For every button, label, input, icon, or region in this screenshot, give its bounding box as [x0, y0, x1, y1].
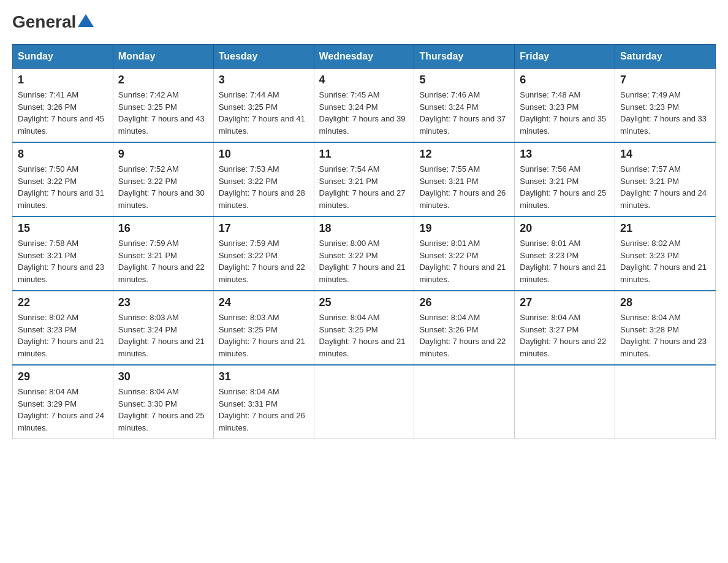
table-row: 27 Sunrise: 8:04 AMSunset: 3:27 PMDaylig… [515, 291, 615, 365]
day-number: 10 [219, 148, 309, 161]
day-info: Sunrise: 7:59 AMSunset: 3:22 PMDaylight:… [219, 237, 309, 285]
day-info: Sunrise: 8:04 AMSunset: 3:25 PMDaylight:… [319, 312, 409, 359]
day-info: Sunrise: 7:55 AMSunset: 3:21 PMDaylight:… [419, 163, 509, 211]
day-info: Sunrise: 7:45 AMSunset: 3:24 PMDaylight:… [319, 89, 409, 137]
day-info: Sunrise: 8:02 AMSunset: 3:23 PMDaylight:… [620, 237, 710, 285]
day-info: Sunrise: 8:03 AMSunset: 3:24 PMDaylight:… [118, 312, 208, 359]
day-info: Sunrise: 7:49 AMSunset: 3:23 PMDaylight:… [620, 89, 710, 137]
day-info: Sunrise: 7:56 AMSunset: 3:21 PMDaylight:… [520, 163, 610, 211]
day-number: 15 [18, 222, 108, 235]
day-number: 28 [620, 296, 710, 309]
table-row: 3 Sunrise: 7:44 AMSunset: 3:25 PMDayligh… [213, 69, 314, 143]
day-number: 8 [18, 148, 108, 161]
day-info: Sunrise: 7:57 AMSunset: 3:21 PMDaylight:… [620, 163, 710, 211]
table-row: 16 Sunrise: 7:59 AMSunset: 3:21 PMDaylig… [113, 216, 213, 291]
day-number: 6 [520, 74, 610, 86]
day-info: Sunrise: 7:53 AMSunset: 3:22 PMDaylight:… [219, 163, 309, 211]
day-info: Sunrise: 8:04 AMSunset: 3:30 PMDaylight:… [118, 386, 208, 434]
day-number: 27 [520, 296, 610, 309]
table-row: 8 Sunrise: 7:50 AMSunset: 3:22 PMDayligh… [13, 142, 113, 216]
day-info: Sunrise: 8:01 AMSunset: 3:23 PMDaylight:… [520, 237, 610, 285]
day-info: Sunrise: 8:04 AMSunset: 3:27 PMDaylight:… [520, 312, 610, 359]
day-number: 5 [419, 74, 509, 86]
day-number: 22 [18, 296, 108, 309]
day-info: Sunrise: 7:46 AMSunset: 3:24 PMDaylight:… [419, 89, 509, 137]
table-row: 5 Sunrise: 7:46 AMSunset: 3:24 PMDayligh… [414, 69, 515, 143]
day-number: 13 [520, 148, 610, 161]
day-number: 3 [219, 74, 309, 86]
table-row: 17 Sunrise: 7:59 AMSunset: 3:22 PMDaylig… [213, 216, 314, 291]
table-row: 21 Sunrise: 8:02 AMSunset: 3:23 PMDaylig… [615, 216, 716, 291]
table-row: 11 Sunrise: 7:54 AMSunset: 3:21 PMDaylig… [314, 142, 414, 216]
table-row [515, 365, 615, 439]
day-info: Sunrise: 7:42 AMSunset: 3:25 PMDaylight:… [118, 89, 208, 137]
day-info: Sunrise: 8:03 AMSunset: 3:25 PMDaylight:… [219, 312, 309, 359]
calendar-week-row: 1 Sunrise: 7:41 AMSunset: 3:26 PMDayligh… [13, 69, 716, 143]
table-row: 22 Sunrise: 8:02 AMSunset: 3:23 PMDaylig… [13, 291, 113, 365]
day-info: Sunrise: 8:04 AMSunset: 3:31 PMDaylight:… [219, 386, 309, 434]
day-info: Sunrise: 8:04 AMSunset: 3:28 PMDaylight:… [620, 312, 710, 359]
day-info: Sunrise: 7:48 AMSunset: 3:23 PMDaylight:… [520, 89, 610, 137]
table-row: 23 Sunrise: 8:03 AMSunset: 3:24 PMDaylig… [113, 291, 213, 365]
day-number: 20 [520, 222, 610, 235]
header-sunday: Sunday [13, 45, 113, 69]
logo: General [12, 12, 94, 32]
day-number: 16 [118, 222, 208, 235]
header-tuesday: Tuesday [213, 45, 314, 69]
day-number: 21 [620, 222, 710, 235]
day-number: 24 [219, 296, 309, 309]
day-number: 18 [319, 222, 409, 235]
table-row: 19 Sunrise: 8:01 AMSunset: 3:22 PMDaylig… [414, 216, 515, 291]
day-number: 17 [219, 222, 309, 235]
table-row: 2 Sunrise: 7:42 AMSunset: 3:25 PMDayligh… [113, 69, 213, 143]
table-row [615, 365, 716, 439]
table-row: 29 Sunrise: 8:04 AMSunset: 3:29 PMDaylig… [13, 365, 113, 439]
day-number: 1 [18, 74, 108, 86]
day-info: Sunrise: 7:44 AMSunset: 3:25 PMDaylight:… [219, 89, 309, 137]
calendar-week-row: 8 Sunrise: 7:50 AMSunset: 3:22 PMDayligh… [13, 142, 716, 216]
day-info: Sunrise: 8:04 AMSunset: 3:29 PMDaylight:… [18, 386, 108, 434]
logo-general-text: General [12, 12, 76, 32]
table-row: 15 Sunrise: 7:58 AMSunset: 3:21 PMDaylig… [13, 216, 113, 291]
day-number: 23 [118, 296, 208, 309]
day-info: Sunrise: 8:01 AMSunset: 3:22 PMDaylight:… [419, 237, 509, 285]
table-row: 14 Sunrise: 7:57 AMSunset: 3:21 PMDaylig… [615, 142, 716, 216]
day-info: Sunrise: 7:54 AMSunset: 3:21 PMDaylight:… [319, 163, 409, 211]
header-friday: Friday [515, 45, 615, 69]
weekday-header-row: Sunday Monday Tuesday Wednesday Thursday… [13, 45, 716, 69]
table-row: 28 Sunrise: 8:04 AMSunset: 3:28 PMDaylig… [615, 291, 716, 365]
day-number: 9 [118, 148, 208, 161]
table-row: 7 Sunrise: 7:49 AMSunset: 3:23 PMDayligh… [615, 69, 716, 143]
table-row: 26 Sunrise: 8:04 AMSunset: 3:26 PMDaylig… [414, 291, 515, 365]
table-row [414, 365, 515, 439]
day-info: Sunrise: 7:59 AMSunset: 3:21 PMDaylight:… [118, 237, 208, 285]
table-row: 18 Sunrise: 8:00 AMSunset: 3:22 PMDaylig… [314, 216, 414, 291]
header-monday: Monday [113, 45, 213, 69]
calendar-table: Sunday Monday Tuesday Wednesday Thursday… [12, 44, 716, 439]
header-wednesday: Wednesday [314, 45, 414, 69]
table-row: 24 Sunrise: 8:03 AMSunset: 3:25 PMDaylig… [213, 291, 314, 365]
table-row: 31 Sunrise: 8:04 AMSunset: 3:31 PMDaylig… [213, 365, 314, 439]
day-number: 26 [419, 296, 509, 309]
header-saturday: Saturday [615, 45, 716, 69]
day-number: 14 [620, 148, 710, 161]
day-info: Sunrise: 8:04 AMSunset: 3:26 PMDaylight:… [419, 312, 509, 359]
logo-triangle-icon [78, 14, 94, 27]
table-row: 9 Sunrise: 7:52 AMSunset: 3:22 PMDayligh… [113, 142, 213, 216]
table-row: 1 Sunrise: 7:41 AMSunset: 3:26 PMDayligh… [13, 69, 113, 143]
day-number: 30 [118, 370, 208, 383]
day-info: Sunrise: 8:02 AMSunset: 3:23 PMDaylight:… [18, 312, 108, 359]
day-info: Sunrise: 7:50 AMSunset: 3:22 PMDaylight:… [18, 163, 108, 211]
calendar-week-row: 15 Sunrise: 7:58 AMSunset: 3:21 PMDaylig… [13, 216, 716, 291]
day-number: 11 [319, 148, 409, 161]
table-row: 4 Sunrise: 7:45 AMSunset: 3:24 PMDayligh… [314, 69, 414, 143]
table-row: 30 Sunrise: 8:04 AMSunset: 3:30 PMDaylig… [113, 365, 213, 439]
day-number: 7 [620, 74, 710, 86]
table-row: 6 Sunrise: 7:48 AMSunset: 3:23 PMDayligh… [515, 69, 615, 143]
calendar-week-row: 22 Sunrise: 8:02 AMSunset: 3:23 PMDaylig… [13, 291, 716, 365]
day-info: Sunrise: 7:58 AMSunset: 3:21 PMDaylight:… [18, 237, 108, 285]
day-number: 19 [419, 222, 509, 235]
day-number: 12 [419, 148, 509, 161]
day-info: Sunrise: 7:41 AMSunset: 3:26 PMDaylight:… [18, 89, 108, 137]
day-number: 4 [319, 74, 409, 86]
